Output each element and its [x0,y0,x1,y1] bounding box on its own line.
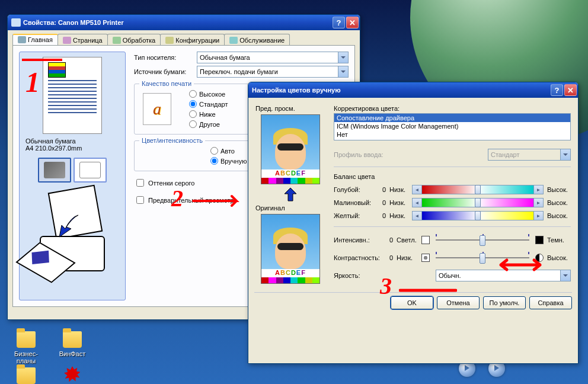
paper-source-combo[interactable]: Переключ. подачи бумаги [197,66,349,78]
input-profile-combo: Стандарт [488,149,571,161]
group-title: Качество печати [139,80,194,87]
quality-letter-icon: a [143,93,171,125]
tab-icon [113,37,121,44]
brightness-label: Яркость: [334,272,381,279]
magenta-slider[interactable]: ◄► [412,198,544,207]
brightness-row: Яркость: Обычн. [334,270,571,281]
desktop-icon[interactable] [8,367,44,384]
tab-icon [63,37,71,44]
high-contrast-icon [535,254,544,262]
list-item[interactable]: ICM (Windows Image Color Management) [334,122,570,130]
help-button[interactable]: ? [551,84,563,96]
tab-config[interactable]: Конфигурации [160,34,225,45]
original-label: Оригинал [255,204,325,212]
manual-color-dialog: Настройка цветов вручную ? ✕ Пред. просм… [248,82,579,364]
intensity-slider[interactable] [433,233,532,247]
tab-processing[interactable]: Обработка [107,34,161,45]
magenta-balance-row: Малиновый: 0 Низк. ◄► Высок. [334,198,571,207]
quality-high-radio[interactable]: Высокое [189,90,228,98]
dark-icon [535,236,544,244]
yellow-balance-row: Желтый: 0 Низк. ◄► Высок. [334,211,571,220]
yellow-slider[interactable]: ◄► [412,211,544,220]
tab-bar: Главная Страница Обработка Конфигурации … [8,30,360,45]
tab-maintenance[interactable]: Обслуживание [224,34,290,45]
low-contrast-icon [421,254,430,262]
close-button[interactable]: ✕ [564,84,577,96]
sample-logo-icon [48,62,66,78]
folder-icon [63,331,82,348]
contrast-row: Контрастность: 0 Низк. Высок. [334,251,571,265]
printer-icon [11,18,21,27]
color-balance-label: Баланс цвета [334,173,571,180]
quality-low-radio[interactable]: Ниже [189,110,228,118]
intensity-row: Интенсивн.: 0 Светл. Темн. [334,233,571,247]
intensity-label: Интенсивн.: [334,236,381,244]
brightness-combo[interactable]: Обычн. [436,270,571,281]
color-correction-listbox[interactable]: Сопоставление драйвера ICM (Windows Imag… [334,113,571,140]
contrast-label: Контрастность: [334,254,381,261]
light-icon [421,236,430,244]
paper-source-label: Источник бумаги: [134,68,197,75]
up-arrow-icon [283,187,298,202]
cancel-button[interactable]: Отмена [437,296,480,309]
cyan-balance-row: Голубой: 0 Низк. ◄► Высок. [334,185,571,194]
help-button[interactable]: ? [333,17,345,28]
help-button[interactable]: Справка [529,296,572,309]
quality-custom-radio[interactable]: Другое [189,120,228,128]
tab-icon [18,36,26,43]
tab-page[interactable]: Страница [57,34,108,45]
contrast-slider[interactable] [433,251,532,265]
media-type-combo[interactable]: Обычная бумага [197,52,349,63]
list-item[interactable]: Сопоставление драйвера [334,114,570,122]
window-title: Настройка цветов вручную [252,87,549,94]
mode-document-icon[interactable] [74,158,107,183]
folder-icon [17,331,36,348]
tab-main[interactable]: Главная [12,34,58,45]
preview-label: Пред. просм. [255,105,325,112]
tab-icon [229,37,238,44]
desktop-icon-label: ВинФаст [59,350,86,357]
paper-info: Обычная бумага A4 210.0x297.0mm [25,137,119,152]
preview-sample: ABCDEF [261,114,320,184]
desktop-icon-label: Бизнес-планы [14,350,38,364]
desktop-icon[interactable]: Бизнес-планы [8,331,44,364]
mode-photo-icon[interactable] [38,158,71,183]
original-sample: ABCDEF [261,214,320,284]
group-title: Цвет/интенсивность [139,137,205,144]
color-correction-label: Корректировка цвета: [334,105,571,112]
media-type-label: Тип носителя: [134,54,197,61]
folder-icon [17,367,36,384]
quality-standard-radio[interactable]: Стандарт [189,100,228,108]
desktop-icon[interactable]: ВинФаст [55,331,90,357]
ok-button[interactable]: OK [391,296,433,309]
titlebar[interactable]: Свойства: Canon MP510 Printer ? ✕ [8,15,360,30]
window-title: Свойства: Canon MP510 Printer [23,19,331,26]
defaults-button[interactable]: По умолч. [483,296,526,309]
input-profile-label: Профиль ввода: [334,151,488,158]
splat-icon [64,366,81,383]
preview-column: Пред. просм. ABCDEF Оригинал ABCDEF [255,105,325,285]
close-button[interactable]: ✕ [346,17,359,28]
desktop-icon[interactable] [55,366,90,383]
page-preview [43,57,102,134]
titlebar[interactable]: Настройка цветов вручную ? ✕ [248,82,578,98]
list-item[interactable]: Нет [334,130,570,139]
tab-icon [165,37,174,44]
printer-illustration [28,188,117,277]
cyan-slider[interactable]: ◄► [412,185,544,194]
preview-column: Обычная бумага A4 210.0x297.0mm [19,52,126,300]
